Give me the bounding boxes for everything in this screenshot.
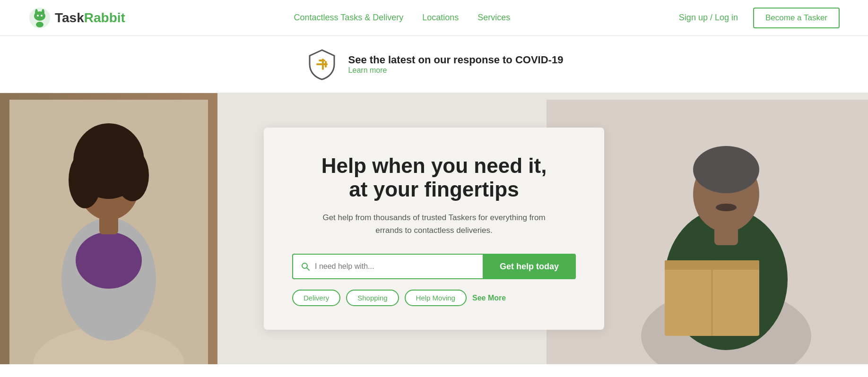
svg-point-4 [37,15,39,17]
quick-tags: Delivery Shopping Help Moving See More [292,290,576,306]
woman-illustration [9,100,208,364]
sign-up-link[interactable]: Sign up / Log in [679,13,738,23]
svg-point-14 [76,232,142,289]
tag-delivery[interactable]: Delivery [292,290,340,306]
header: TaskRabbit Contactless Tasks & Delivery … [0,0,868,36]
nav-services[interactable]: Services [477,13,510,23]
covid-text: See the latest on our response to COVID-… [348,54,564,75]
nav-contactless[interactable]: Contactless Tasks & Delivery [294,13,403,23]
hero-section: Help when you need it, at your fingertip… [0,93,868,364]
svg-rect-19 [99,215,118,234]
taskrabbit-logo-icon [28,7,51,29]
become-tasker-button[interactable]: Become a Tasker [753,8,840,28]
hero-subtitle: Get help from thousands of trusted Taske… [311,211,557,237]
hero-left-photo [0,93,217,364]
see-more-link[interactable]: See More [472,294,506,302]
nav-actions: Sign up / Log in Become a Tasker [679,8,840,28]
svg-point-17 [69,152,102,208]
nav-locations[interactable]: Locations [422,13,459,23]
hero-center-card: Help when you need it, at your fingertip… [264,128,604,330]
logo-task-text: Task [55,10,84,25]
hero-title: Help when you need it, at your fingertip… [292,154,576,202]
logo-rabbit-text: Rabbit [84,10,125,25]
tag-shopping[interactable]: Shopping [346,290,399,306]
covid-banner: See the latest on our response to COVID-… [0,36,868,93]
svg-point-2 [35,9,38,16]
svg-point-5 [41,15,43,17]
svg-point-18 [116,149,149,201]
shield-icon [305,47,339,81]
search-row: Get help today [292,254,576,279]
svg-point-6 [36,22,43,27]
svg-rect-10 [316,63,328,65]
get-help-today-button[interactable]: Get help today [483,254,576,279]
logo[interactable]: TaskRabbit [28,7,125,29]
svg-point-24 [693,146,759,193]
svg-rect-25 [714,226,738,245]
search-icon [301,262,310,271]
main-nav: Contactless Tasks & Delivery Locations S… [294,13,510,23]
svg-line-31 [307,268,309,270]
tag-help-moving[interactable]: Help Moving [405,290,467,306]
search-input-wrap [292,254,483,279]
covid-learn-more[interactable]: Learn more [348,66,387,74]
svg-point-26 [716,204,737,211]
covid-heading: See the latest on our response to COVID-… [348,54,564,66]
search-input[interactable] [315,255,475,278]
svg-point-3 [42,9,44,16]
